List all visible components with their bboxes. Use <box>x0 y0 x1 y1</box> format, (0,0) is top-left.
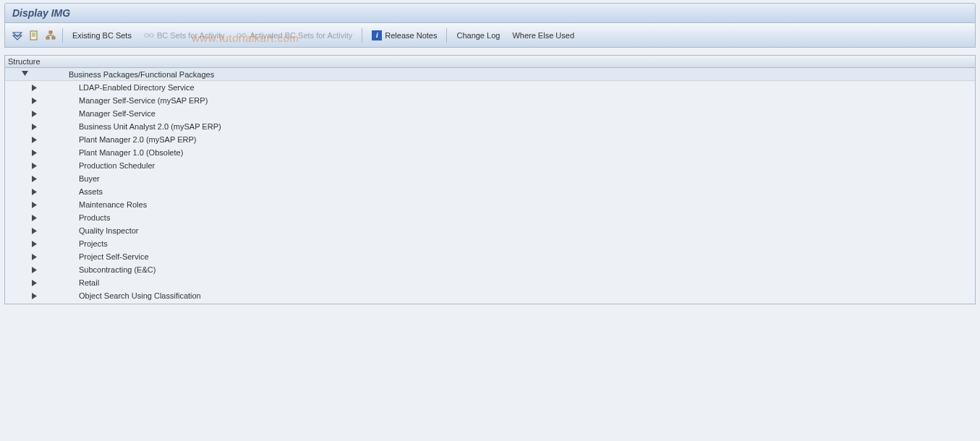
tree-item-label: Products <box>79 213 110 222</box>
expand-icon[interactable] <box>31 136 38 143</box>
svg-point-17 <box>242 33 246 37</box>
tree-row[interactable]: Business Unit Analyst 2.0 (mySAP ERP) <box>5 120 975 133</box>
svg-marker-24 <box>32 137 37 143</box>
svg-marker-34 <box>32 267 37 273</box>
svg-rect-8 <box>52 37 55 39</box>
tree-row[interactable]: Plant Manager 1.0 (Obsolete) <box>5 146 975 159</box>
svg-marker-26 <box>32 163 37 169</box>
expand-icon[interactable] <box>31 279 38 286</box>
svg-marker-32 <box>32 241 37 247</box>
expand-icon[interactable] <box>31 97 38 104</box>
tree-item-label: Plant Manager 1.0 (Obsolete) <box>79 148 183 157</box>
button-label: Change Log <box>456 31 500 40</box>
tree-row[interactable]: Project Self-Service <box>5 250 975 263</box>
expand-icon[interactable] <box>31 201 38 208</box>
svg-point-13 <box>145 33 148 37</box>
button-label: Where Else Used <box>512 31 574 40</box>
svg-marker-30 <box>32 215 37 221</box>
tree-item-label: Production Scheduler <box>79 161 155 170</box>
toolbar-separator <box>62 28 63 43</box>
tree-item-label: Projects <box>79 239 108 248</box>
expand-icon[interactable] <box>31 214 38 221</box>
expand-icon[interactable] <box>31 84 38 91</box>
existing-bc-sets-button[interactable]: Existing BC Sets <box>67 27 137 43</box>
expand-icon[interactable] <box>31 227 38 234</box>
tree-row[interactable]: Quality Inspector <box>5 224 975 237</box>
tree-item-label: Object Search Using Classification <box>79 291 201 300</box>
tree-row[interactable]: Manager Self-Service <box>5 107 975 120</box>
tree-root-label: Business Packages/Functional Packages <box>69 70 214 79</box>
expand-icon <box>12 30 22 40</box>
expand-icon[interactable] <box>31 175 38 182</box>
tree-item-label: Business Unit Analyst 2.0 (mySAP ERP) <box>79 122 221 131</box>
button-label: Activated BC Sets for Activity <box>250 31 352 40</box>
tree-row[interactable]: Maintenance Roles <box>5 198 975 211</box>
button-label: Existing BC Sets <box>72 31 132 40</box>
info-icon: i <box>372 30 382 40</box>
release-notes-button[interactable]: i Release Notes <box>366 27 443 43</box>
expand-icon[interactable] <box>31 123 38 130</box>
glasses-icon <box>237 30 247 40</box>
structure-header-label: Structure <box>8 57 41 66</box>
activated-bc-sets-for-activity-button: Activated BC Sets for Activity <box>231 27 358 43</box>
expand-icon[interactable] <box>31 240 38 247</box>
hierarchy-button[interactable] <box>43 27 59 43</box>
expand-icon[interactable] <box>31 162 38 169</box>
tree-children: LDAP-Enabled Directory Service Manager S… <box>5 81 975 302</box>
svg-point-14 <box>150 33 153 37</box>
expand-collapse-button[interactable] <box>9 27 25 43</box>
tree-row[interactable]: LDAP-Enabled Directory Service <box>5 81 975 94</box>
svg-rect-6 <box>49 31 52 33</box>
glasses-icon <box>144 30 154 40</box>
svg-marker-22 <box>32 111 37 117</box>
svg-marker-23 <box>32 124 37 130</box>
svg-rect-7 <box>46 37 49 39</box>
tree-row[interactable]: Subcontracting (E&C) <box>5 263 975 276</box>
svg-rect-2 <box>30 31 37 40</box>
tree-row[interactable]: Production Scheduler <box>5 159 975 172</box>
tree-row[interactable]: Retail <box>5 276 975 289</box>
expand-icon[interactable] <box>31 253 38 260</box>
document-button[interactable] <box>26 27 42 43</box>
tree-row[interactable]: Plant Manager 2.0 (mySAP ERP) <box>5 133 975 146</box>
expand-icon[interactable] <box>31 188 38 195</box>
svg-marker-29 <box>32 202 37 208</box>
change-log-button[interactable]: Change Log <box>451 27 506 43</box>
svg-marker-33 <box>32 254 37 260</box>
button-label: Release Notes <box>385 31 437 40</box>
tree-item-label: Manager Self-Service (mySAP ERP) <box>79 96 208 105</box>
svg-marker-20 <box>32 85 37 91</box>
svg-marker-27 <box>32 176 37 182</box>
svg-marker-35 <box>32 280 37 286</box>
tree-row[interactable]: Projects <box>5 237 975 250</box>
tree-item-label: Manager Self-Service <box>79 109 155 118</box>
where-else-used-button[interactable]: Where Else Used <box>506 27 580 43</box>
expand-icon[interactable] <box>31 292 38 299</box>
tree-row[interactable]: Assets <box>5 185 975 198</box>
svg-point-16 <box>237 33 241 37</box>
collapse-icon[interactable] <box>21 71 28 78</box>
tree-item-label: Assets <box>79 187 103 196</box>
toolbar-separator <box>362 28 362 43</box>
toolbar-separator <box>446 28 447 43</box>
svg-marker-28 <box>32 189 37 195</box>
tree-row[interactable]: Buyer <box>5 172 975 185</box>
svg-marker-1 <box>13 35 22 40</box>
expand-icon[interactable] <box>31 149 38 156</box>
tree-item-label: Maintenance Roles <box>79 200 147 209</box>
tree-row[interactable]: Manager Self-Service (mySAP ERP) <box>5 94 975 107</box>
tree-item-label: Buyer <box>79 174 100 183</box>
tree-item-label: Quality Inspector <box>79 226 139 235</box>
svg-marker-36 <box>32 293 37 299</box>
title-bar: Display IMG <box>4 3 976 23</box>
tree-item-label: Subcontracting (E&C) <box>79 265 155 274</box>
expand-icon[interactable] <box>31 110 38 117</box>
tree-item-label: Plant Manager 2.0 (mySAP ERP) <box>79 135 196 144</box>
svg-marker-21 <box>32 98 37 104</box>
hierarchy-icon <box>46 30 56 40</box>
expand-icon[interactable] <box>31 266 38 273</box>
svg-marker-31 <box>32 228 37 234</box>
tree-row[interactable]: Products <box>5 211 975 224</box>
tree-row[interactable]: Object Search Using Classification <box>5 289 975 302</box>
tree-root-row[interactable]: Business Packages/Functional Packages <box>5 68 975 81</box>
